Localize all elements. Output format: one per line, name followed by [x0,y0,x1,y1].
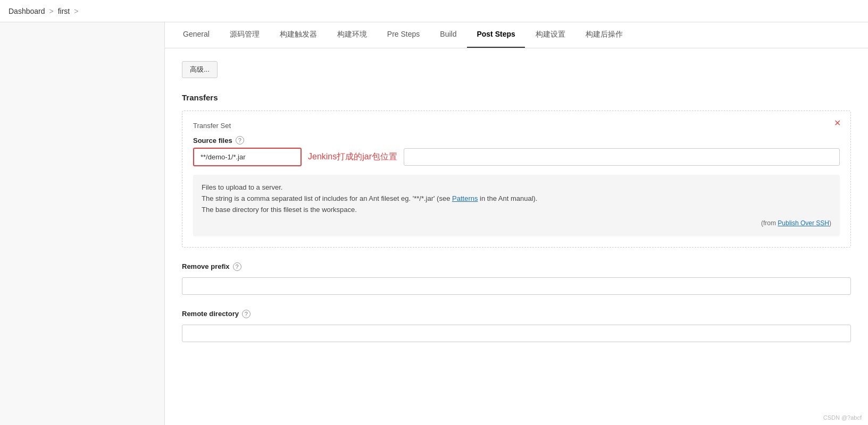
info-text-after: in the Ant manual). [478,194,537,202]
tab-general[interactable]: General [173,22,219,48]
advanced-button[interactable]: 高级... [182,61,218,78]
tab-post-build[interactable]: 构建后操作 [576,22,632,48]
sidebar [0,22,165,425]
main-layout: General 源码管理 构建触发器 构建环境 Pre Steps Build … [0,22,868,425]
remove-prefix-help-icon[interactable]: ? [233,262,241,271]
source-files-help-icon[interactable]: ? [236,136,244,144]
breadcrumb-dashboard[interactable]: Dashboard [9,7,45,15]
from-text: (from [761,219,778,227]
tab-source-management[interactable]: 源码管理 [220,22,269,48]
tab-content: 高级... Transfers ✕ Transfer Set Source fi… [165,48,868,425]
tab-build-env[interactable]: 构建环境 [328,22,377,48]
breadcrumb-sep2: > [74,7,78,15]
breadcrumb-project[interactable]: first [58,7,70,15]
source-files-extended-input[interactable] [404,148,840,166]
breadcrumb-sep1: > [49,7,54,15]
tab-build[interactable]: Build [430,22,466,48]
patterns-link[interactable]: Patterns [452,194,478,202]
tab-pre-steps[interactable]: Pre Steps [378,22,429,48]
info-box: Files to upload to a server. The string … [193,175,840,236]
info-line2: The string is a comma separated list of … [202,193,831,205]
source-files-label: Source files [193,137,232,144]
source-files-input[interactable] [194,149,301,165]
source-files-input-wrapper [193,148,302,166]
info-line1: Files to upload to a server. [202,182,831,193]
remote-directory-label-row: Remote directory ? [182,310,851,318]
transfer-set-label: Transfer Set [193,122,840,130]
source-files-label-row: Source files ? [193,136,840,144]
remote-directory-section: Remote directory ? [182,310,851,342]
breadcrumb-bar: Dashboard > first > [0,0,868,22]
source-files-annotation: Jenkins打成的jar包位置 [308,151,397,163]
tab-build-settings[interactable]: 构建设置 [526,22,575,48]
info-text-before: The string is a comma separated list of … [202,194,452,202]
from-end: ) [829,219,831,227]
remove-prefix-section: Remove prefix ? [182,262,851,295]
remote-directory-label: Remote directory [182,310,239,318]
close-transfer-set-button[interactable]: ✕ [831,117,843,129]
transfers-title: Transfers [182,93,851,102]
info-line3: The base directory for this fileset is t… [202,205,831,216]
remove-prefix-input[interactable] [182,277,851,295]
close-icon: ✕ [834,119,841,128]
tab-bar: General 源码管理 构建触发器 构建环境 Pre Steps Build … [165,22,868,48]
from-line: (from Publish Over SSH) [202,218,831,228]
publish-over-ssh-link[interactable]: Publish Over SSH [778,219,829,227]
source-files-row: Jenkins打成的jar包位置 [193,148,840,166]
content-area: General 源码管理 构建触发器 构建环境 Pre Steps Build … [165,22,868,425]
remote-directory-help-icon[interactable]: ? [242,310,251,318]
tab-build-triggers[interactable]: 构建触发器 [270,22,327,48]
remove-prefix-label-row: Remove prefix ? [182,262,851,271]
transfer-set-card: ✕ Transfer Set Source files ? Jenkins打成的… [182,110,851,248]
tab-post-steps[interactable]: Post Steps [467,22,524,48]
remote-directory-input[interactable] [182,325,851,342]
remove-prefix-label: Remove prefix [182,262,230,270]
watermark: CSDN @?abcf [823,414,862,421]
